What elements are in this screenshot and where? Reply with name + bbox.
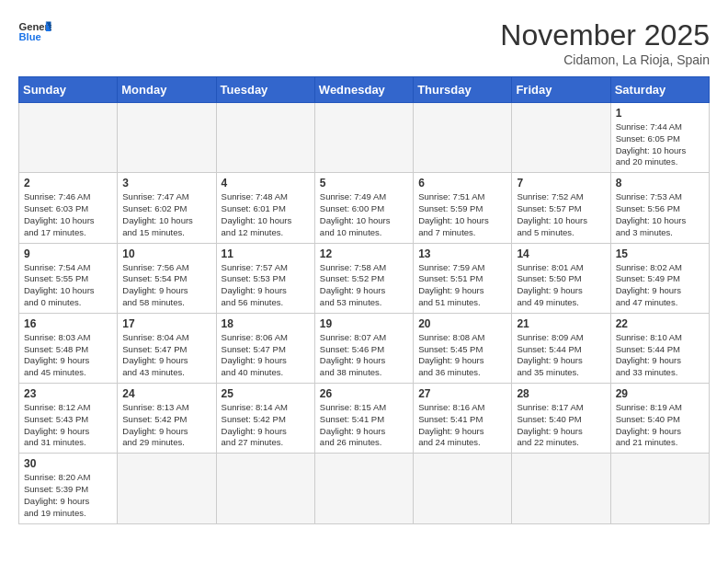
- day-cell: 27Sunrise: 8:16 AM Sunset: 5:41 PM Dayli…: [414, 384, 512, 454]
- day-number: 5: [320, 177, 408, 190]
- week-row-4: 16Sunrise: 8:03 AM Sunset: 5:48 PM Dayli…: [19, 313, 710, 383]
- day-info: Sunrise: 8:08 AM Sunset: 5:45 PM Dayligh…: [418, 332, 506, 379]
- day-number: 13: [418, 247, 506, 260]
- day-cell: [512, 454, 610, 523]
- weekday-header-sunday: Sunday: [19, 77, 118, 103]
- day-cell: 17Sunrise: 8:04 AM Sunset: 5:47 PM Dayli…: [118, 313, 216, 383]
- title-area: November 2025 Cidamon, La Rioja, Spain: [500, 18, 710, 67]
- day-cell: 3Sunrise: 7:47 AM Sunset: 6:02 PM Daylig…: [118, 173, 216, 243]
- day-cell: [512, 103, 610, 173]
- header: General Blue November 2025 Cidamon, La R…: [18, 18, 710, 67]
- day-info: Sunrise: 7:53 AM Sunset: 5:56 PM Dayligh…: [616, 191, 704, 238]
- month-title: November 2025: [500, 18, 710, 52]
- day-cell: [314, 103, 413, 173]
- day-cell: 12Sunrise: 7:58 AM Sunset: 5:52 PM Dayli…: [314, 243, 413, 313]
- day-number: 21: [517, 317, 605, 330]
- day-cell: 24Sunrise: 8:13 AM Sunset: 5:42 PM Dayli…: [118, 384, 216, 454]
- day-cell: 30Sunrise: 8:20 AM Sunset: 5:39 PM Dayli…: [19, 454, 118, 523]
- day-cell: 11Sunrise: 7:57 AM Sunset: 5:53 PM Dayli…: [216, 243, 314, 313]
- day-number: 19: [320, 317, 408, 330]
- day-cell: 19Sunrise: 8:07 AM Sunset: 5:46 PM Dayli…: [314, 313, 413, 383]
- day-info: Sunrise: 8:06 AM Sunset: 5:47 PM Dayligh…: [222, 332, 310, 379]
- day-number: 9: [24, 247, 112, 260]
- week-row-5: 23Sunrise: 8:12 AM Sunset: 5:43 PM Dayli…: [19, 384, 710, 454]
- day-number: 16: [24, 317, 112, 330]
- day-info: Sunrise: 8:04 AM Sunset: 5:47 PM Dayligh…: [122, 332, 210, 379]
- svg-text:Blue: Blue: [19, 31, 41, 42]
- day-cell: [216, 454, 314, 523]
- day-info: Sunrise: 7:51 AM Sunset: 5:59 PM Dayligh…: [418, 191, 506, 238]
- day-cell: 7Sunrise: 7:52 AM Sunset: 5:57 PM Daylig…: [512, 173, 610, 243]
- day-info: Sunrise: 7:57 AM Sunset: 5:53 PM Dayligh…: [222, 262, 310, 309]
- day-cell: [414, 454, 512, 523]
- day-number: 14: [517, 247, 605, 260]
- day-cell: 1Sunrise: 7:44 AM Sunset: 6:05 PM Daylig…: [610, 103, 709, 173]
- day-info: Sunrise: 8:17 AM Sunset: 5:40 PM Dayligh…: [517, 402, 605, 449]
- day-number: 3: [122, 177, 210, 190]
- day-cell: 21Sunrise: 8:09 AM Sunset: 5:44 PM Dayli…: [512, 313, 610, 383]
- week-row-6: 30Sunrise: 8:20 AM Sunset: 5:39 PM Dayli…: [19, 454, 710, 523]
- day-info: Sunrise: 7:54 AM Sunset: 5:55 PM Dayligh…: [24, 262, 112, 309]
- day-cell: 4Sunrise: 7:48 AM Sunset: 6:01 PM Daylig…: [216, 173, 314, 243]
- day-number: 29: [616, 387, 704, 400]
- day-number: 20: [418, 317, 506, 330]
- day-cell: [118, 454, 216, 523]
- day-cell: 5Sunrise: 7:49 AM Sunset: 6:00 PM Daylig…: [314, 173, 413, 243]
- day-number: 7: [517, 177, 605, 190]
- day-info: Sunrise: 8:15 AM Sunset: 5:41 PM Dayligh…: [320, 402, 408, 449]
- day-number: 30: [24, 457, 112, 470]
- day-number: 22: [616, 317, 704, 330]
- day-cell: [19, 103, 118, 173]
- weekday-header-thursday: Thursday: [414, 77, 512, 103]
- day-cell: [610, 454, 709, 523]
- day-number: 24: [122, 387, 210, 400]
- day-number: 23: [24, 387, 112, 400]
- day-info: Sunrise: 8:16 AM Sunset: 5:41 PM Dayligh…: [418, 402, 506, 449]
- day-number: 10: [122, 247, 210, 260]
- day-number: 27: [418, 387, 506, 400]
- day-info: Sunrise: 7:52 AM Sunset: 5:57 PM Dayligh…: [517, 191, 605, 238]
- day-info: Sunrise: 7:49 AM Sunset: 6:00 PM Dayligh…: [320, 191, 408, 238]
- day-number: 17: [122, 317, 210, 330]
- day-cell: 6Sunrise: 7:51 AM Sunset: 5:59 PM Daylig…: [414, 173, 512, 243]
- day-info: Sunrise: 7:58 AM Sunset: 5:52 PM Dayligh…: [320, 262, 408, 309]
- day-number: 28: [517, 387, 605, 400]
- day-cell: 18Sunrise: 8:06 AM Sunset: 5:47 PM Dayli…: [216, 313, 314, 383]
- day-number: 12: [320, 247, 408, 260]
- logo-icon: General Blue: [18, 18, 51, 44]
- day-info: Sunrise: 8:02 AM Sunset: 5:49 PM Dayligh…: [616, 262, 704, 309]
- day-info: Sunrise: 7:59 AM Sunset: 5:51 PM Dayligh…: [418, 262, 506, 309]
- day-cell: 15Sunrise: 8:02 AM Sunset: 5:49 PM Dayli…: [610, 243, 709, 313]
- day-cell: 13Sunrise: 7:59 AM Sunset: 5:51 PM Dayli…: [414, 243, 512, 313]
- day-cell: 20Sunrise: 8:08 AM Sunset: 5:45 PM Dayli…: [414, 313, 512, 383]
- day-info: Sunrise: 8:12 AM Sunset: 5:43 PM Dayligh…: [24, 402, 112, 449]
- day-number: 1: [616, 107, 704, 120]
- day-cell: [414, 103, 512, 173]
- day-number: 8: [616, 177, 704, 190]
- day-cell: [118, 103, 216, 173]
- day-info: Sunrise: 7:48 AM Sunset: 6:01 PM Dayligh…: [222, 191, 310, 238]
- day-number: 25: [222, 387, 310, 400]
- week-row-2: 2Sunrise: 7:46 AM Sunset: 6:03 PM Daylig…: [19, 173, 710, 243]
- day-info: Sunrise: 8:03 AM Sunset: 5:48 PM Dayligh…: [24, 332, 112, 379]
- weekday-header-monday: Monday: [118, 77, 216, 103]
- day-cell: 9Sunrise: 7:54 AM Sunset: 5:55 PM Daylig…: [19, 243, 118, 313]
- day-cell: 23Sunrise: 8:12 AM Sunset: 5:43 PM Dayli…: [19, 384, 118, 454]
- day-info: Sunrise: 8:10 AM Sunset: 5:44 PM Dayligh…: [616, 332, 704, 379]
- day-number: 18: [222, 317, 310, 330]
- day-cell: 25Sunrise: 8:14 AM Sunset: 5:42 PM Dayli…: [216, 384, 314, 454]
- day-cell: 28Sunrise: 8:17 AM Sunset: 5:40 PM Dayli…: [512, 384, 610, 454]
- day-cell: 14Sunrise: 8:01 AM Sunset: 5:50 PM Dayli…: [512, 243, 610, 313]
- day-number: 4: [222, 177, 310, 190]
- day-cell: 2Sunrise: 7:46 AM Sunset: 6:03 PM Daylig…: [19, 173, 118, 243]
- day-cell: [216, 103, 314, 173]
- day-info: Sunrise: 8:09 AM Sunset: 5:44 PM Dayligh…: [517, 332, 605, 379]
- day-info: Sunrise: 8:19 AM Sunset: 5:40 PM Dayligh…: [616, 402, 704, 449]
- week-row-1: 1Sunrise: 7:44 AM Sunset: 6:05 PM Daylig…: [19, 103, 710, 173]
- subtitle: Cidamon, La Rioja, Spain: [500, 52, 710, 67]
- day-cell: [314, 454, 413, 523]
- day-info: Sunrise: 7:47 AM Sunset: 6:02 PM Dayligh…: [122, 191, 210, 238]
- day-info: Sunrise: 7:44 AM Sunset: 6:05 PM Dayligh…: [616, 121, 704, 168]
- day-cell: 29Sunrise: 8:19 AM Sunset: 5:40 PM Dayli…: [610, 384, 709, 454]
- week-row-3: 9Sunrise: 7:54 AM Sunset: 5:55 PM Daylig…: [19, 243, 710, 313]
